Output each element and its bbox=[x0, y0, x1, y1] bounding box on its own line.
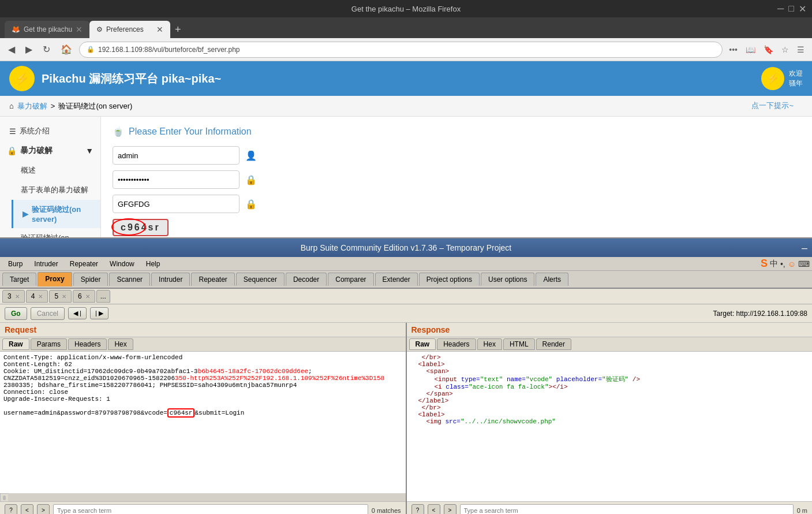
repeater-tab-3[interactable]: 3 ✕ bbox=[2, 290, 25, 303]
breadcrumb-parent[interactable]: 暴力破解 bbox=[17, 101, 47, 111]
lock-icon: 🔒 bbox=[7, 146, 17, 155]
repeater-tab-4[interactable]: 4 ✕ bbox=[26, 290, 48, 303]
address-bar[interactable]: 🔒 192.168.1.109:88/vul/burteforce/bf_ser… bbox=[79, 42, 723, 58]
response-search-question-btn[interactable]: ? bbox=[411, 504, 424, 515]
next-btn[interactable]: | ▶ bbox=[90, 307, 108, 319]
repeater-tabs-bar: 3 ✕ 4 ✕ 5 ✕ 6 ✕ ... bbox=[0, 289, 812, 304]
tab-preferences-close-icon[interactable]: ✕ bbox=[156, 25, 163, 34]
response-search-next-btn[interactable]: > bbox=[444, 504, 456, 515]
target-display: Target: http://192.168.1.109:88 bbox=[713, 310, 807, 318]
search-question-btn[interactable]: ? bbox=[5, 504, 17, 515]
tab-repeater[interactable]: Repeater bbox=[191, 273, 234, 286]
repeater-tab-6[interactable]: 6 ✕ bbox=[73, 290, 95, 303]
tab-3-close[interactable]: ✕ bbox=[15, 293, 20, 300]
username-input[interactable] bbox=[113, 146, 240, 165]
repeater-tab-more[interactable]: ... bbox=[96, 290, 110, 303]
burp-menu-item-burp[interactable]: Burp bbox=[2, 259, 28, 269]
minimize-btn[interactable]: ─ bbox=[777, 3, 784, 14]
lock-input-icon2: 🔒 bbox=[245, 199, 257, 210]
form-title: 🍵 Please Enter Your Information bbox=[113, 126, 800, 137]
sidebar-item-server-captcha[interactable]: ▶ 验证码绕过(on server) bbox=[12, 200, 100, 228]
tab-4-close[interactable]: ✕ bbox=[38, 293, 43, 300]
restore-btn[interactable]: □ bbox=[788, 3, 794, 14]
response-search-input[interactable] bbox=[460, 504, 794, 515]
request-tabs: Raw Params Headers Hex bbox=[0, 337, 406, 352]
response-search-matches: 0 m bbox=[797, 507, 807, 514]
more-btn[interactable]: ••• bbox=[726, 43, 740, 56]
breadcrumb: ⌂ 暴力破解 > 验证码绕过(on server) 点一下提示~ bbox=[0, 96, 812, 117]
breadcrumb-current: 验证码绕过(on server) bbox=[58, 101, 132, 111]
request-tab-params[interactable]: Params bbox=[31, 338, 67, 350]
address-text: 192.168.1.109:88/vul/burteforce/bf_serve… bbox=[98, 46, 240, 54]
burp-menu-item-repeater[interactable]: Repeater bbox=[64, 259, 104, 269]
tab-preferences[interactable]: ⚙ Preferences ✕ bbox=[89, 21, 170, 38]
tab-6-close[interactable]: ✕ bbox=[85, 293, 90, 300]
sidebar-item-overview[interactable]: 概述 bbox=[12, 161, 100, 180]
response-tab-hex[interactable]: Hex bbox=[477, 338, 502, 350]
tab-close-icon[interactable]: ✕ bbox=[76, 25, 83, 34]
tab-decoder[interactable]: Decoder bbox=[286, 273, 327, 286]
tab-target[interactable]: Target bbox=[2, 273, 36, 286]
new-tab-btn[interactable]: + bbox=[170, 21, 186, 38]
response-search-prev-btn[interactable]: < bbox=[428, 504, 440, 515]
response-line-6: </span> bbox=[426, 390, 809, 397]
tab-5-close[interactable]: ✕ bbox=[62, 293, 66, 300]
tab-get-pikachu[interactable]: 🦊 Get the pikachu ✕ bbox=[5, 21, 89, 38]
request-line-8 bbox=[3, 403, 402, 409]
forward-btn[interactable]: ▶ bbox=[22, 43, 36, 56]
response-tab-raw[interactable]: Raw bbox=[409, 338, 436, 350]
captcha-input[interactable] bbox=[113, 195, 240, 213]
hint-link[interactable]: 点一下提示~ bbox=[742, 96, 803, 117]
burp-menu-item-window[interactable]: Window bbox=[104, 259, 140, 269]
tab-proxy[interactable]: Proxy bbox=[38, 272, 72, 286]
burp-menu-item-intruder[interactable]: Intruder bbox=[28, 259, 63, 269]
sidebar-item-client-captcha[interactable]: 验证码绕过(on client) bbox=[12, 228, 100, 237]
request-line-2: Content-Length: 62 bbox=[3, 361, 402, 368]
tab-scanner[interactable]: Scanner bbox=[109, 273, 150, 286]
repeater-tab-5[interactable]: 5 ✕ bbox=[49, 290, 72, 303]
ime-icons: S 中 •, ☺ ⌨ bbox=[761, 258, 810, 270]
tab-extender[interactable]: Extender bbox=[375, 273, 418, 286]
tab-comparer[interactable]: Comparer bbox=[328, 273, 373, 286]
highlighted-vcode: c964sr bbox=[167, 408, 195, 418]
sidebar-intro[interactable]: ☰ 系统介绍 bbox=[0, 121, 100, 141]
request-panel: Request Raw Params Headers Hex Content-T… bbox=[0, 323, 407, 514]
search-next-btn[interactable]: > bbox=[37, 504, 50, 515]
tab-user-options[interactable]: User options bbox=[481, 273, 534, 286]
reload-btn[interactable]: ↻ bbox=[39, 43, 54, 56]
request-line-6: Connection: close bbox=[3, 389, 402, 396]
star-btn[interactable]: ☆ bbox=[779, 43, 792, 56]
sidebar-item-form-brute[interactable]: 基于表单的暴力破解 bbox=[12, 180, 100, 200]
sidebar-category-brute[interactable]: 🔒 暴力破解 ▼ bbox=[0, 141, 100, 161]
request-tab-hex[interactable]: Hex bbox=[108, 338, 133, 350]
request-scrollbar[interactable] bbox=[0, 493, 8, 501]
request-line-7: Upgrade-Insecure-Requests: 1 bbox=[3, 396, 402, 403]
home-btn[interactable]: 🏠 bbox=[57, 43, 76, 56]
back-btn[interactable]: ◀ bbox=[5, 43, 18, 56]
request-tab-headers[interactable]: Headers bbox=[68, 338, 107, 350]
search-prev-btn[interactable]: < bbox=[21, 504, 33, 515]
reading-btn[interactable]: 📖 bbox=[743, 43, 758, 56]
tab-sequencer[interactable]: Sequencer bbox=[236, 273, 285, 286]
burp-menubar: Burp Intruder Repeater Window Help S 中 •… bbox=[0, 257, 812, 271]
burp-minimize-btn[interactable]: – bbox=[802, 242, 807, 254]
request-line-9: username=admin&password=879798798798&vco… bbox=[3, 409, 402, 416]
search-input[interactable] bbox=[53, 504, 368, 515]
request-tab-raw[interactable]: Raw bbox=[2, 338, 29, 350]
burp-menu-item-help[interactable]: Help bbox=[140, 259, 166, 269]
password-input[interactable] bbox=[113, 170, 240, 189]
tab-alerts[interactable]: Alerts bbox=[536, 273, 568, 286]
response-tab-headers[interactable]: Headers bbox=[437, 338, 476, 350]
prev-btn[interactable]: ◀ | bbox=[68, 307, 87, 319]
tab-spider[interactable]: Spider bbox=[73, 273, 108, 286]
cancel-btn[interactable]: Cancel bbox=[31, 307, 65, 320]
close-btn[interactable]: ✕ bbox=[799, 3, 806, 14]
response-tab-html[interactable]: HTML bbox=[503, 338, 535, 350]
tab-intruder[interactable]: Intruder bbox=[151, 273, 190, 286]
tab-project-options[interactable]: Project options bbox=[419, 273, 480, 286]
menu-btn[interactable]: ☰ bbox=[794, 43, 807, 56]
response-tab-render[interactable]: Render bbox=[536, 338, 571, 350]
go-btn[interactable]: Go bbox=[5, 307, 27, 320]
bookmark-btn[interactable]: 🔖 bbox=[761, 43, 776, 56]
window-controls[interactable]: ─ □ ✕ bbox=[777, 3, 806, 14]
